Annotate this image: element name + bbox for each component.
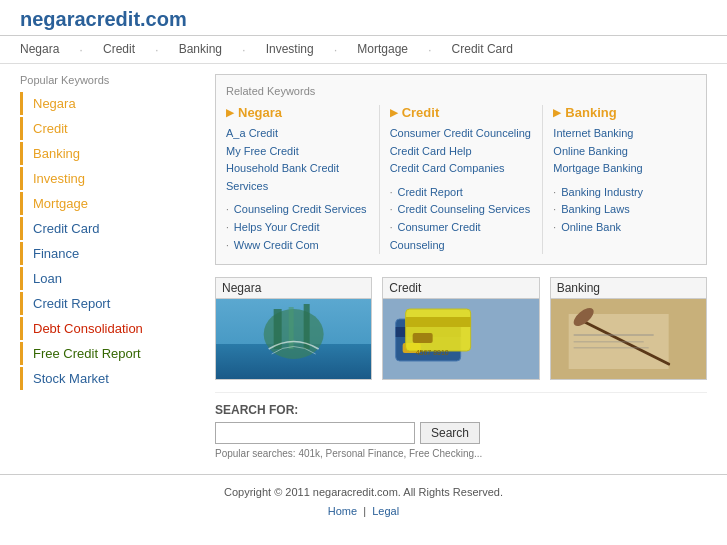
- related-col-banking: ▶BankingInternet BankingOnline BankingMo…: [553, 105, 696, 254]
- related-link[interactable]: · Helps Your Credit: [226, 219, 369, 237]
- related-link[interactable]: Consumer Credit Counceling: [390, 125, 533, 143]
- footer: Copyright © 2011 negaracredit.com. All R…: [0, 474, 727, 528]
- related-link[interactable]: · Credit Report: [390, 184, 533, 202]
- image-placeholder-banking: [551, 299, 706, 379]
- sidebar-item-credit-card[interactable]: Credit Card: [20, 217, 205, 240]
- related-link[interactable]: Credit Card Companies: [390, 160, 533, 178]
- related-link[interactable]: Internet Banking: [553, 125, 696, 143]
- nav-separator: ·: [428, 42, 432, 57]
- sidebar-item-debt-consolidation[interactable]: Debt Consolidation: [20, 317, 205, 340]
- sidebar-item-investing[interactable]: Investing: [20, 167, 205, 190]
- sidebar-item-negara[interactable]: Negara: [20, 92, 205, 115]
- image-card-label: Negara: [216, 278, 371, 299]
- sidebar-item-credit[interactable]: Credit: [20, 117, 205, 140]
- nav-item-credit-card[interactable]: Credit Card: [452, 42, 513, 57]
- related-col-credit: ▶CreditConsumer Credit CouncelingCredit …: [390, 105, 533, 254]
- nav-item-banking[interactable]: Banking: [179, 42, 222, 57]
- nav-item-negara[interactable]: Negara: [20, 42, 59, 57]
- related-link[interactable]: · Counseling Credit Services: [226, 201, 369, 219]
- search-input[interactable]: [215, 422, 415, 444]
- related-link[interactable]: A_a Credit: [226, 125, 369, 143]
- search-label: SEARCH FOR:: [215, 403, 707, 417]
- search-form: Search: [215, 422, 707, 444]
- header: negaracredit.com: [0, 0, 727, 36]
- svg-rect-20: [573, 347, 648, 349]
- nav-separator: ·: [242, 42, 246, 57]
- svg-text:4567 8910: 4567 8910: [416, 349, 449, 356]
- related-col-header[interactable]: ▶Negara: [226, 105, 369, 120]
- related-link[interactable]: · Www Credit Com: [226, 237, 369, 255]
- svg-rect-19: [573, 341, 643, 343]
- related-link[interactable]: Household Bank Credit Services: [226, 160, 369, 195]
- sidebar-item-credit-report[interactable]: Credit Report: [20, 292, 205, 315]
- image-card-label: Banking: [551, 278, 706, 299]
- nav-item-investing[interactable]: Investing: [266, 42, 314, 57]
- sidebar: Popular Keywords NegaraCreditBankingInve…: [20, 74, 205, 464]
- image-placeholder-negara: [216, 299, 371, 379]
- footer-home-link[interactable]: Home: [328, 505, 357, 517]
- related-link[interactable]: Online Banking: [553, 143, 696, 161]
- related-keywords-box: Related Keywords ▶NegaraA_a CreditMy Fre…: [215, 74, 707, 265]
- col-divider: [379, 105, 380, 254]
- related-col-header[interactable]: ▶Banking: [553, 105, 696, 120]
- footer-links: Home | Legal: [20, 502, 707, 521]
- sidebar-item-free-credit-report[interactable]: Free Credit Report: [20, 342, 205, 365]
- related-link[interactable]: Mortgage Banking: [553, 160, 696, 178]
- main-content: Popular Keywords NegaraCreditBankingInve…: [0, 64, 727, 474]
- related-link[interactable]: · Banking Industry: [553, 184, 696, 202]
- sidebar-item-mortgage[interactable]: Mortgage: [20, 192, 205, 215]
- related-col-negara: ▶NegaraA_a CreditMy Free CreditHousehold…: [226, 105, 369, 254]
- related-link[interactable]: Credit Card Help: [390, 143, 533, 161]
- footer-copyright: Copyright © 2011 negaracredit.com. All R…: [20, 483, 707, 502]
- related-link[interactable]: · Banking Laws: [553, 201, 696, 219]
- nav-item-credit[interactable]: Credit: [103, 42, 135, 57]
- nav-bar: Negara · Credit · Banking · Investing · …: [0, 36, 727, 64]
- arrow-icon: ▶: [553, 107, 561, 118]
- image-card-banking[interactable]: Banking: [550, 277, 707, 380]
- search-button[interactable]: Search: [420, 422, 480, 444]
- images-row: Negara Credit 4567 8910 Ban: [215, 277, 707, 380]
- sidebar-item-stock-market[interactable]: Stock Market: [20, 367, 205, 390]
- nav-item-mortgage[interactable]: Mortgage: [357, 42, 408, 57]
- sidebar-item-finance[interactable]: Finance: [20, 242, 205, 265]
- image-card-label: Credit: [383, 278, 538, 299]
- svg-rect-5: [289, 307, 294, 349]
- image-card-negara[interactable]: Negara: [215, 277, 372, 380]
- related-link[interactable]: · Online Bank: [553, 219, 696, 237]
- related-keywords-title: Related Keywords: [226, 85, 696, 97]
- arrow-icon: ▶: [226, 107, 234, 118]
- col-divider: [542, 105, 543, 254]
- footer-legal-link[interactable]: Legal: [372, 505, 399, 517]
- arrow-icon: ▶: [390, 107, 398, 118]
- image-card-credit[interactable]: Credit 4567 8910: [382, 277, 539, 380]
- related-link[interactable]: · Credit Counseling Services: [390, 201, 533, 219]
- image-placeholder-credit: 4567 8910: [383, 299, 538, 379]
- sidebar-item-banking[interactable]: Banking: [20, 142, 205, 165]
- content-area: Related Keywords ▶NegaraA_a CreditMy Fre…: [215, 74, 707, 464]
- svg-rect-12: [413, 333, 433, 343]
- related-link[interactable]: My Free Credit: [226, 143, 369, 161]
- svg-rect-10: [406, 309, 471, 351]
- nav-separator: ·: [155, 42, 159, 57]
- nav-separator: ·: [334, 42, 338, 57]
- related-col-header[interactable]: ▶Credit: [390, 105, 533, 120]
- popular-searches: Popular searches: 401k, Personal Finance…: [215, 448, 707, 459]
- sidebar-items: NegaraCreditBankingInvestingMortgageCred…: [20, 92, 205, 390]
- sidebar-title: Popular Keywords: [20, 74, 205, 86]
- search-area: SEARCH FOR: Search Popular searches: 401…: [215, 392, 707, 464]
- sidebar-item-loan[interactable]: Loan: [20, 267, 205, 290]
- site-title[interactable]: negaracredit.com: [20, 8, 187, 30]
- related-link[interactable]: · Consumer Credit Counseling: [390, 219, 533, 254]
- nav-separator: ·: [79, 42, 83, 57]
- svg-rect-11: [406, 317, 471, 327]
- svg-rect-18: [573, 334, 653, 336]
- related-cols: ▶NegaraA_a CreditMy Free CreditHousehold…: [226, 105, 696, 254]
